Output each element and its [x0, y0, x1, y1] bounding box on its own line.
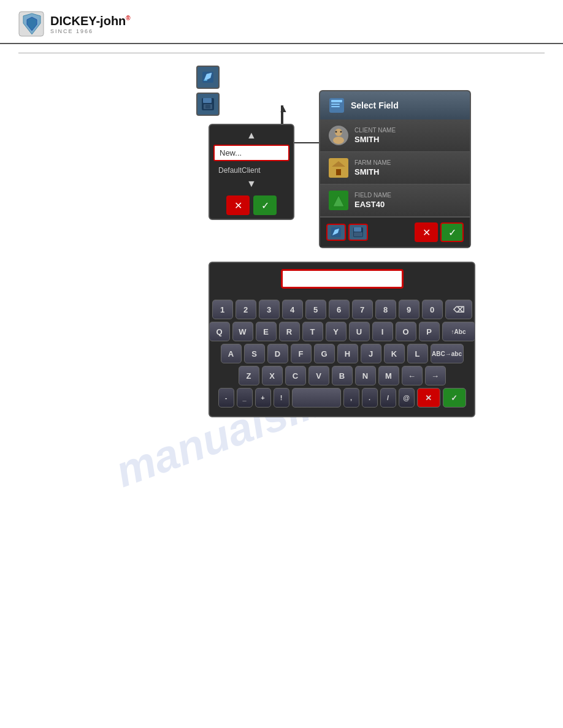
- key-v[interactable]: V: [308, 366, 329, 385]
- key-3[interactable]: 3: [259, 300, 280, 319]
- edit-icon-button[interactable]: [196, 66, 220, 89]
- svg-rect-27: [354, 232, 362, 237]
- key-o[interactable]: O: [396, 322, 416, 341]
- key-z[interactable]: Z: [239, 366, 259, 385]
- key-space[interactable]: [292, 388, 341, 408]
- save-icon-button[interactable]: [196, 93, 220, 116]
- key-h[interactable]: H: [337, 344, 358, 363]
- key-k[interactable]: K: [384, 344, 405, 363]
- key-comma[interactable]: ,: [343, 388, 359, 408]
- footer-pencil-icon[interactable]: [326, 224, 346, 241]
- dickey-john-logo-icon: [18, 11, 44, 37]
- key-m[interactable]: M: [378, 366, 399, 385]
- logo-brand: DICKEY-john®: [50, 14, 131, 28]
- keyboard-input-field[interactable]: [281, 269, 404, 289]
- key-5[interactable]: 5: [305, 300, 326, 319]
- key-j[interactable]: J: [361, 344, 381, 363]
- key-8[interactable]: 8: [375, 300, 396, 319]
- key-backspace[interactable]: ⌫: [445, 300, 472, 319]
- keyboard-row-special: - _ + ! , . / @ ✕ ✓: [216, 388, 468, 408]
- farm-barn-icon: [329, 158, 348, 178]
- toolbar-icons: [196, 66, 220, 116]
- key-underscore[interactable]: _: [237, 388, 253, 408]
- barn-svg: [330, 159, 347, 176]
- key-y[interactable]: Y: [326, 322, 347, 341]
- key-6[interactable]: 6: [329, 300, 350, 319]
- logo-area: DICKEY-john® SINCE 1966: [18, 11, 545, 37]
- keyboard-cancel-button[interactable]: ✕: [417, 388, 440, 408]
- key-period[interactable]: .: [362, 388, 378, 408]
- key-2[interactable]: 2: [236, 300, 256, 319]
- dropdown-arrow-up[interactable]: ▲: [213, 129, 289, 142]
- key-e[interactable]: E: [256, 322, 277, 341]
- dropdown-cancel-button[interactable]: ✕: [226, 195, 250, 215]
- key-arrow-right[interactable]: →: [425, 366, 446, 385]
- footer-save-icon[interactable]: [348, 224, 368, 241]
- key-0[interactable]: 0: [422, 300, 443, 319]
- key-arrow-left[interactable]: ←: [402, 366, 423, 385]
- key-slash[interactable]: /: [380, 388, 396, 408]
- key-i[interactable]: I: [372, 322, 393, 341]
- dropdown-arrow-down[interactable]: ▼: [213, 177, 289, 191]
- client-label: CLIENT NAME: [354, 127, 396, 134]
- select-field-confirm-button[interactable]: ✓: [440, 222, 464, 242]
- select-field-panel: Select Field CLIENT NAME SMITH: [319, 90, 471, 248]
- select-field-client-item[interactable]: CLIENT NAME SMITH: [320, 119, 470, 152]
- logo-text-area: DICKEY-john® SINCE 1966: [50, 14, 131, 34]
- field-value: EAST40: [354, 200, 385, 209]
- key-w[interactable]: W: [232, 322, 253, 341]
- select-field-title: Select Field: [351, 100, 399, 110]
- svg-rect-13: [331, 106, 340, 107]
- select-field-cancel-button[interactable]: ✕: [415, 222, 438, 242]
- key-shift-abc[interactable]: ↑Abc: [442, 322, 475, 341]
- svg-rect-11: [331, 100, 342, 102]
- dropdown-confirm-button[interactable]: ✓: [253, 195, 277, 215]
- keyboard-row-qwerty: Q W E R T Y U I O P ↑Abc: [216, 322, 468, 341]
- client-value: SMITH: [354, 135, 379, 144]
- person-svg: [330, 127, 347, 144]
- field-svg: [330, 192, 347, 209]
- key-1[interactable]: 1: [212, 300, 233, 319]
- key-x[interactable]: X: [262, 366, 283, 385]
- farm-value: SMITH: [354, 167, 379, 176]
- key-7[interactable]: 7: [352, 300, 373, 319]
- key-plus[interactable]: +: [255, 388, 271, 408]
- dropdown-selected-item[interactable]: New...: [213, 145, 289, 161]
- key-s[interactable]: S: [244, 344, 265, 363]
- key-u[interactable]: U: [349, 322, 370, 341]
- keyboard-confirm-button[interactable]: ✓: [443, 388, 466, 408]
- pencil-icon: [201, 70, 215, 84]
- key-t[interactable]: T: [302, 322, 323, 341]
- key-f[interactable]: F: [291, 344, 312, 363]
- key-4[interactable]: 4: [282, 300, 303, 319]
- key-minus[interactable]: -: [218, 388, 234, 408]
- select-field-field-item[interactable]: FIELD NAME EAST40: [320, 184, 470, 217]
- key-d[interactable]: D: [267, 344, 288, 363]
- key-b[interactable]: B: [332, 366, 353, 385]
- svg-rect-9: [205, 105, 210, 108]
- select-field-farm-item[interactable]: FARM NAME SMITH: [320, 152, 470, 184]
- farm-info: FARM NAME SMITH: [354, 159, 391, 177]
- key-n[interactable]: N: [355, 366, 376, 385]
- client-person-icon: [329, 126, 348, 145]
- key-a[interactable]: A: [221, 344, 242, 363]
- key-p[interactable]: P: [419, 322, 440, 341]
- key-exclaim[interactable]: !: [274, 388, 289, 408]
- header: DICKEY-john® SINCE 1966: [0, 0, 563, 44]
- key-q[interactable]: Q: [209, 322, 230, 341]
- svg-point-15: [333, 137, 344, 144]
- key-r[interactable]: R: [279, 322, 300, 341]
- key-c[interactable]: C: [285, 366, 306, 385]
- field-label: FIELD NAME: [354, 192, 391, 199]
- logo-subtitle: SINCE 1966: [50, 28, 131, 34]
- key-case-toggle[interactable]: ABC→abc: [431, 344, 464, 363]
- keyboard-panel: 1 2 3 4 5 6 7 8 9 0 ⌫ Q W E R T Y U I O …: [209, 262, 475, 417]
- field-crop-icon: [329, 191, 348, 210]
- key-at[interactable]: @: [399, 388, 415, 408]
- key-9[interactable]: 9: [399, 300, 419, 319]
- key-g[interactable]: G: [314, 344, 335, 363]
- key-l[interactable]: L: [407, 344, 428, 363]
- footer-buttons: ✕ ✓: [415, 222, 464, 242]
- dropdown-item-default[interactable]: DefaultClient: [213, 164, 289, 177]
- dropdown-buttons: ✕ ✓: [213, 195, 289, 215]
